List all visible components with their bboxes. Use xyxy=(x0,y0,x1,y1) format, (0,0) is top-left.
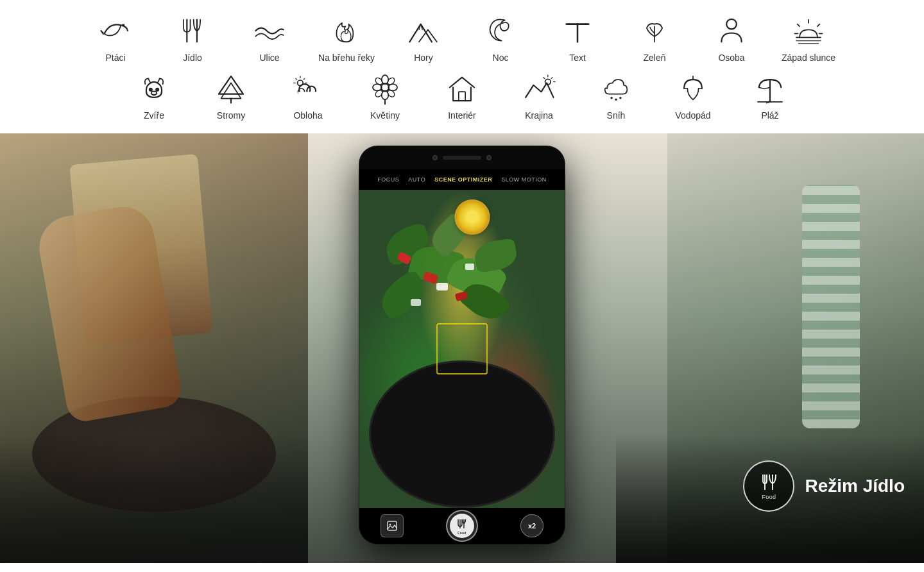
svg-line-8 xyxy=(798,24,800,26)
food-mode-circle: Food xyxy=(743,460,794,512)
phone-wrapper: FOCUS AUTO SCENE OPTIMIZER SLOW MOTION xyxy=(334,133,590,563)
food-pan xyxy=(369,360,555,508)
camera-modes-bar: FOCUS AUTO SCENE OPTIMIZER SLOW MOTION xyxy=(359,169,565,190)
sky-cloud-icon xyxy=(289,69,327,108)
text-icon xyxy=(558,12,597,50)
icon-item-osoba[interactable]: Osoba xyxy=(693,12,770,63)
svg-line-26 xyxy=(304,78,305,80)
icon-item-hory[interactable]: Hory xyxy=(385,12,462,63)
feta-1 xyxy=(436,283,448,290)
night-moon-icon xyxy=(481,12,520,50)
tree-icon xyxy=(212,69,250,108)
food-mode-food-label: Food xyxy=(762,494,776,500)
zoom-button[interactable]: x2 xyxy=(520,514,543,537)
icon-item-krajina[interactable]: Krajina xyxy=(501,69,578,121)
svg-point-30 xyxy=(381,83,389,91)
phone-front-camera xyxy=(432,155,438,160)
street-icon xyxy=(250,12,289,50)
sunset-icon xyxy=(789,12,828,50)
svg-point-0 xyxy=(123,24,124,26)
icon-item-kvetiny[interactable]: Květiny xyxy=(346,69,424,121)
shutter-inner: Food xyxy=(450,514,474,538)
svg-point-16 xyxy=(151,91,157,94)
svg-marker-17 xyxy=(219,76,243,94)
gallery-button[interactable] xyxy=(381,514,404,537)
text-label: Text xyxy=(569,53,586,63)
svg-point-15 xyxy=(156,88,158,91)
mode-auto[interactable]: AUTO xyxy=(408,176,425,183)
svg-line-9 xyxy=(817,24,819,26)
shutter-button[interactable]: Food xyxy=(446,510,478,542)
zapad-slunce-label: Západ slunce xyxy=(782,53,835,63)
bg-bottle xyxy=(802,185,860,428)
svg-point-14 xyxy=(150,88,152,91)
svg-rect-23 xyxy=(298,92,318,97)
svg-rect-40 xyxy=(459,92,465,101)
zvire-label: Zvíře xyxy=(144,110,164,121)
leaf-5 xyxy=(473,238,519,274)
landscape-icon xyxy=(520,69,558,108)
hory-label: Hory xyxy=(414,53,433,63)
person-icon xyxy=(712,12,751,50)
flower-icon xyxy=(366,69,404,108)
phone-sensor xyxy=(486,155,492,160)
jidlo-label: Jídlo xyxy=(183,53,202,63)
icons-row-1: Ptáci Jídlo Ul xyxy=(51,12,873,69)
icon-item-vodopad[interactable]: Vodopád xyxy=(654,69,732,121)
zelen-label: Zeleň xyxy=(643,53,665,63)
food-mode-badge: Food Režim Jídlo xyxy=(743,460,905,512)
svg-point-48 xyxy=(619,97,621,99)
snow-cloud-icon xyxy=(597,69,635,108)
phone-food-photo xyxy=(359,190,565,508)
obloha-label: Obloha xyxy=(293,110,322,121)
icon-item-jidlo[interactable]: Jídlo xyxy=(154,12,231,63)
icon-item-reka[interactable]: Na břehu řeky xyxy=(308,12,385,63)
icons-section: Ptáci Jídlo Ul xyxy=(0,0,924,133)
mode-scene-optimizer[interactable]: SCENE OPTIMIZER xyxy=(434,176,492,183)
ulice-label: Ulice xyxy=(259,53,279,63)
phone-speaker xyxy=(443,156,481,160)
krajina-label: Krajina xyxy=(525,110,553,121)
osoba-label: Osoba xyxy=(718,53,744,63)
plaz-label: Pláž xyxy=(761,110,778,121)
snih-label: Sníh xyxy=(607,110,626,121)
svg-point-24 xyxy=(298,80,304,86)
phone-device: FOCUS AUTO SCENE OPTIMIZER SLOW MOTION xyxy=(359,146,565,544)
icon-item-zelen[interactable]: Zeleň xyxy=(616,12,693,63)
kvetiny-label: Květiny xyxy=(370,110,400,121)
waterfall-icon xyxy=(674,69,712,108)
bird-icon xyxy=(96,12,135,50)
rezim-jidlo-text: Režim Jídlo xyxy=(805,476,905,496)
svg-point-5 xyxy=(726,19,737,29)
icon-item-noc[interactable]: Noc xyxy=(462,12,539,63)
icon-item-ptaci[interactable]: Ptáci xyxy=(77,12,154,63)
icon-item-obloha[interactable]: Obloha xyxy=(270,69,346,121)
icon-item-zapad-slunce[interactable]: Západ slunce xyxy=(770,12,847,63)
photo-section: FOCUS AUTO SCENE OPTIMIZER SLOW MOTION xyxy=(0,133,924,563)
camera-bottom-controls: Food x2 xyxy=(359,508,565,544)
reka-label: Na břehu řeky xyxy=(318,53,375,63)
mode-focus[interactable]: FOCUS xyxy=(377,176,399,183)
icon-item-interior[interactable]: Interiér xyxy=(424,69,501,121)
icon-item-zvire[interactable]: Zvíře xyxy=(116,69,193,121)
mode-slow-motion[interactable]: SLOW MOTION xyxy=(501,176,547,183)
interior-house-icon xyxy=(443,69,481,108)
beach-icon xyxy=(751,69,789,108)
icon-item-stromy[interactable]: Stromy xyxy=(193,69,270,121)
focus-indicator xyxy=(436,323,488,374)
phone-top-bar xyxy=(359,146,565,169)
icon-item-plaz[interactable]: Pláž xyxy=(732,69,809,121)
icon-item-snih[interactable]: Sníh xyxy=(578,69,654,121)
svg-line-28 xyxy=(296,78,297,80)
icon-item-ulice[interactable]: Ulice xyxy=(231,12,308,63)
riverside-icon xyxy=(327,12,366,50)
icons-row-2: Zvíře Stromy xyxy=(90,69,834,127)
lemon-slice xyxy=(455,199,490,235)
vodopad-label: Vodopád xyxy=(675,110,710,121)
interior-label: Interiér xyxy=(448,110,476,121)
feta-3 xyxy=(411,299,421,306)
svg-line-43 xyxy=(551,78,552,79)
svg-point-54 xyxy=(389,524,391,526)
icon-item-text[interactable]: Text xyxy=(539,12,616,63)
stromy-label: Stromy xyxy=(217,110,245,121)
